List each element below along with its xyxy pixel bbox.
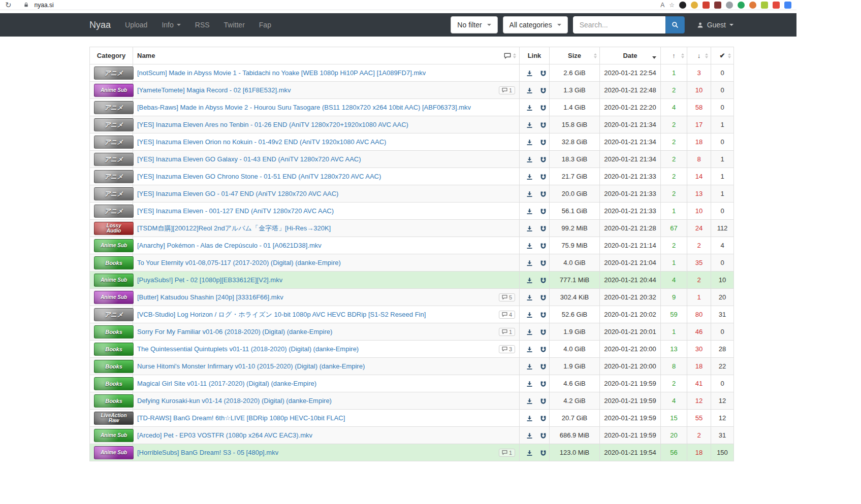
nav-info[interactable]: Info <box>154 21 187 29</box>
category-badge[interactable]: アニメ <box>94 118 134 131</box>
filter-select[interactable]: No filter <box>451 16 497 33</box>
download-torrent-link[interactable] <box>526 208 533 215</box>
download-torrent-link[interactable] <box>526 174 533 180</box>
category-badge[interactable]: アニメ <box>94 136 134 149</box>
search-input[interactable] <box>573 16 665 33</box>
torrent-name-link[interactable]: [YES] Inazuma Eleven GO Galaxy - 01-43 E… <box>137 155 361 163</box>
comments-badge[interactable]: 1 <box>499 328 515 336</box>
category-badge[interactable]: アニメ <box>94 153 134 166</box>
comments-badge[interactable]: 1 <box>499 86 515 94</box>
category-select[interactable]: All categories <box>503 16 568 33</box>
magnet-link[interactable] <box>540 208 547 215</box>
user-menu[interactable]: Guest <box>697 21 734 29</box>
download-torrent-link[interactable] <box>526 122 533 128</box>
brand-link[interactable]: Nyaa <box>89 20 111 30</box>
category-badge[interactable]: アニメ <box>94 308 134 321</box>
torrent-name-link[interactable]: [Bebas-Raws] Made in Abyss Movie 2 - Hou… <box>137 104 471 111</box>
torrent-name-link[interactable]: [VCB-Studio] Log Horizon / ログ・ホライズン 10-b… <box>137 310 426 319</box>
download-torrent-link[interactable] <box>526 398 533 405</box>
download-torrent-link[interactable] <box>526 329 533 335</box>
header-leechers-sort[interactable]: ↓ <box>687 47 711 64</box>
magnet-link[interactable] <box>540 329 547 335</box>
magnet-link[interactable] <box>540 432 547 439</box>
download-torrent-link[interactable] <box>526 450 533 456</box>
magnet-link[interactable] <box>540 156 547 163</box>
download-torrent-link[interactable] <box>526 156 533 163</box>
nav-rss[interactable]: RSS <box>188 21 217 29</box>
profile-blue-square-icon[interactable] <box>784 2 791 9</box>
profile-red-square-icon[interactable] <box>773 2 780 9</box>
category-badge[interactable]: Books <box>94 343 134 356</box>
translate-icon[interactable]: A <box>660 2 664 9</box>
torrent-name-link[interactable]: [YameteTomete] Magia Record - 02 [61F8E5… <box>137 86 291 94</box>
magnet-link[interactable] <box>540 87 547 94</box>
category-badge[interactable]: アニメ <box>94 101 134 114</box>
magnet-link[interactable] <box>540 225 547 232</box>
torrent-name-link[interactable]: Defying Kurosaki-kun v01-14 (2018-2020) … <box>137 397 332 405</box>
torrent-name-link[interactable]: Sorry For My Familiar v01-06 (2018-2020)… <box>137 328 332 335</box>
comments-badge[interactable]: 4 <box>499 311 515 319</box>
comments-badge[interactable]: 5 <box>499 293 515 301</box>
extension-gray-puzzle-icon[interactable] <box>726 2 733 9</box>
category-badge[interactable]: Anime Sub <box>94 84 134 97</box>
magnet-link[interactable] <box>540 277 547 284</box>
magnet-link[interactable] <box>540 260 547 266</box>
download-torrent-link[interactable] <box>526 415 533 422</box>
torrent-name-link[interactable]: [TD-RAWS] BanG Dream! 6th☆LIVE [BDRip 10… <box>137 414 345 422</box>
torrent-name-link[interactable]: [TSDM自購][200122]Reol 2ndアルバム「金字塔」[Hi-Res… <box>137 224 331 233</box>
download-torrent-link[interactable] <box>526 225 533 232</box>
extension-black-circle-icon[interactable] <box>679 2 686 9</box>
comments-badge[interactable]: 3 <box>499 345 515 353</box>
download-torrent-link[interactable] <box>526 243 533 249</box>
magnet-link[interactable] <box>540 346 547 353</box>
comments-badge[interactable]: 1 <box>499 449 515 457</box>
url-text[interactable]: nyaa.si <box>35 2 54 9</box>
nav-upload[interactable]: Upload <box>118 21 154 29</box>
torrent-name-link[interactable]: [Butter] Katsudou Shashin [240p] [33316F… <box>137 293 283 301</box>
header-seeders-sort[interactable]: ↑ <box>661 47 687 64</box>
magnet-link[interactable] <box>540 398 547 405</box>
magnet-link[interactable] <box>540 105 547 111</box>
magnet-link[interactable] <box>540 294 547 301</box>
magnet-link[interactable] <box>540 139 547 146</box>
bookmark-star-icon[interactable]: ☆ <box>669 2 675 9</box>
header-completed-sort[interactable]: ✔ <box>711 47 734 64</box>
category-badge[interactable]: Books <box>94 360 134 373</box>
search-button[interactable] <box>665 16 685 33</box>
header-size-sort[interactable]: Size <box>550 47 600 64</box>
download-torrent-link[interactable] <box>526 105 533 111</box>
extension-red-pdf-icon[interactable] <box>703 2 710 9</box>
category-badge[interactable]: Anime Sub <box>94 239 134 252</box>
reload-icon[interactable]: ↻ <box>5 1 12 9</box>
category-badge[interactable]: アニメ <box>94 170 134 183</box>
category-badge[interactable]: Books <box>94 325 134 339</box>
download-torrent-link[interactable] <box>526 381 533 387</box>
download-torrent-link[interactable] <box>526 191 533 197</box>
download-torrent-link[interactable] <box>526 277 533 284</box>
category-badge[interactable]: Anime Sub <box>94 446 134 459</box>
category-badge[interactable]: アニメ <box>94 66 134 80</box>
magnet-link[interactable] <box>540 191 547 197</box>
lock-icon[interactable] <box>23 2 29 8</box>
torrent-name-link[interactable]: [YES] Inazuma Eleven Orion no Kokuin - 0… <box>137 138 386 146</box>
download-torrent-link[interactable] <box>526 432 533 439</box>
torrent-name-link[interactable]: [YES] Inazuma Eleven GO Chrono Stone - 0… <box>137 173 381 180</box>
torrent-name-link[interactable]: Magical Girl Site v01-11 (2017-2020) (Di… <box>137 380 316 387</box>
category-badge[interactable]: Anime Sub <box>94 274 134 287</box>
download-torrent-link[interactable] <box>526 346 533 353</box>
download-torrent-link[interactable] <box>526 70 533 77</box>
magnet-link[interactable] <box>540 450 547 456</box>
download-torrent-link[interactable] <box>526 87 533 94</box>
category-badge[interactable]: Books <box>94 256 134 270</box>
magnet-link[interactable] <box>540 381 547 387</box>
torrent-name-link[interactable]: [HorribleSubs] BanG Dream! S3 - 05 [480p… <box>137 449 278 456</box>
torrent-name-link[interactable]: [Anarchy] Pokémon - Alas de Crepúsculo -… <box>137 242 322 249</box>
download-torrent-link[interactable] <box>526 260 533 266</box>
category-badge[interactable]: Books <box>94 377 134 390</box>
download-torrent-link[interactable] <box>526 139 533 146</box>
magnet-link[interactable] <box>540 70 547 77</box>
torrent-name-link[interactable]: [YES] Inazuma Eleven GO - 01-47 END (Ani… <box>137 190 338 197</box>
torrent-name-link[interactable]: To Your Eternity v01-08,075-117 (2017-20… <box>137 259 341 266</box>
category-badge[interactable]: アニメ <box>94 205 134 218</box>
nav-twitter[interactable]: Twitter <box>217 21 252 29</box>
